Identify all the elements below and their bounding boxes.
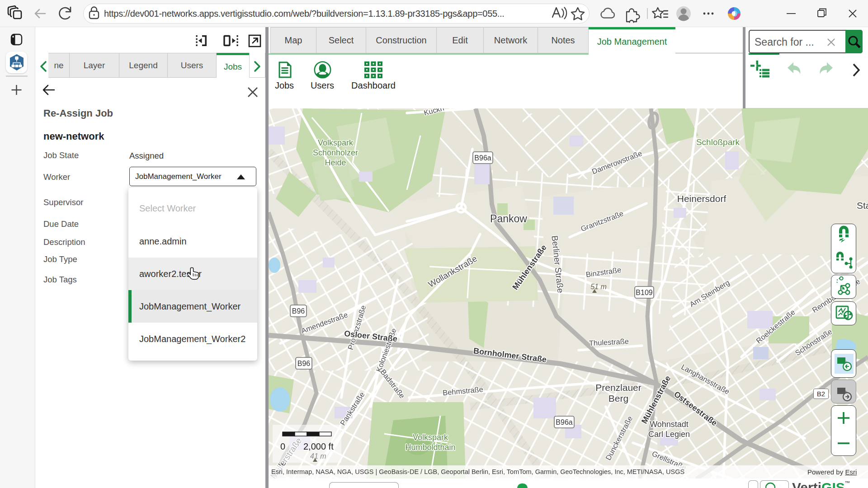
svg-text:Carl Legien: Carl Legien (648, 430, 690, 439)
svg-text:Stac: Stac (857, 200, 868, 211)
svg-text:B96: B96 (297, 360, 311, 367)
svg-text:Prenzlauer: Prenzlauer (595, 382, 642, 393)
svg-text:2,000 ft: 2,000 ft (303, 441, 334, 451)
svg-text:51 m: 51 m (590, 283, 607, 291)
svg-text:Wohnstadt: Wohnstadt (650, 420, 689, 429)
svg-text:Volkspark: Volkspark (318, 138, 354, 147)
svg-text:Pankow: Pankow (490, 213, 527, 225)
svg-text:B109: B109 (636, 289, 652, 296)
svg-text:Schönholzer: Schönholzer (313, 148, 358, 157)
svg-text:41 m: 41 m (310, 452, 326, 460)
svg-text:B96: B96 (292, 307, 305, 315)
svg-text:B96a: B96a (474, 154, 491, 162)
svg-text:Heide: Heide (325, 158, 346, 167)
svg-text:Humboldthain: Humboldthain (405, 443, 455, 452)
svg-text:0: 0 (280, 441, 285, 451)
svg-text:B96a: B96a (556, 418, 572, 426)
svg-text:Berg: Berg (609, 393, 628, 404)
svg-text:Schloßpark: Schloßpark (696, 137, 740, 147)
svg-text:Heinersdorf: Heinersdorf (677, 193, 726, 204)
svg-text:Volkspark: Volkspark (413, 433, 448, 442)
